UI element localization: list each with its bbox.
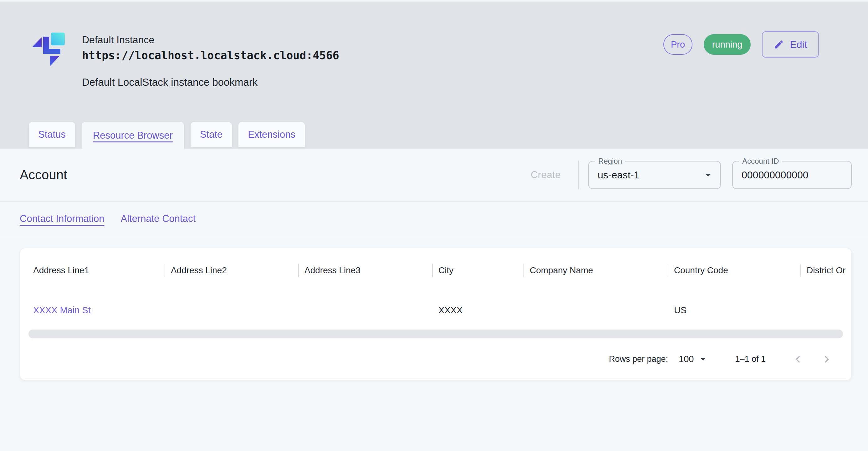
resource-browser-panel: Account Create Region us-east-1 Account … <box>0 149 868 451</box>
column-header-address-line2[interactable]: Address Line2 <box>164 261 298 280</box>
window-top-strip <box>0 0 868 2</box>
table-header-row: Address Line1 Address Line2 Address Line… <box>20 248 851 293</box>
table-row[interactable]: XXXX Main St XXXX US <box>20 293 851 328</box>
pro-badge: Pro <box>663 34 692 55</box>
subtab-alternate-contact[interactable]: Alternate Contact <box>121 213 196 224</box>
tab-extensions[interactable]: Extensions <box>239 122 305 147</box>
instance-title: Default Instance <box>82 33 339 47</box>
rows-per-page-select[interactable]: 100 <box>679 354 709 365</box>
row-cell-city: XXXX <box>432 301 524 320</box>
toolbar-divider <box>578 160 579 189</box>
instance-info: Default Instance https://localhost.local… <box>82 33 339 88</box>
rows-per-page-value: 100 <box>679 354 694 364</box>
row-cell-address-line1[interactable]: XXXX Main St <box>20 301 164 320</box>
column-header-address-line3[interactable]: Address Line3 <box>298 261 432 280</box>
row-cell-district <box>800 301 851 320</box>
column-header-district[interactable]: District Or <box>800 261 851 280</box>
row-cell-company-name <box>524 301 668 320</box>
horizontal-scrollbar <box>29 330 843 338</box>
table-pagination: Rows per page: 100 1–1 of 1 <box>20 338 851 380</box>
running-status-badge: running <box>704 34 751 55</box>
previous-page-button[interactable] <box>791 352 805 366</box>
instance-tab-bar: Status Resource Browser State Extensions <box>29 122 305 149</box>
tab-state[interactable]: State <box>191 122 232 147</box>
horizontal-scrollbar-thumb[interactable] <box>29 330 843 338</box>
account-id-input[interactable] <box>742 169 842 181</box>
edit-button[interactable]: Edit <box>762 31 819 58</box>
tab-status[interactable]: Status <box>29 122 75 147</box>
page-title: Account <box>20 168 531 182</box>
chevron-right-icon <box>820 353 834 366</box>
account-toolbar: Account Create Region us-east-1 Account … <box>0 149 868 202</box>
column-header-company-name[interactable]: Company Name <box>524 261 668 280</box>
create-button[interactable]: Create <box>531 169 561 181</box>
region-select-label: Region <box>595 156 625 166</box>
localstack-app: Default Instance https://localhost.local… <box>0 0 868 451</box>
dropdown-arrow-icon <box>698 354 709 365</box>
instance-subtitle: Default LocalStack instance bookmark <box>82 77 339 88</box>
account-id-label: Account ID <box>739 156 782 166</box>
account-id-field: Account ID <box>732 161 852 189</box>
instance-badges: Pro running Edit <box>663 31 819 58</box>
contact-information-table-card: Address Line1 Address Line2 Address Line… <box>20 248 852 380</box>
region-select[interactable]: Region us-east-1 <box>588 161 721 189</box>
rows-per-page-label: Rows per page: <box>609 354 668 364</box>
localstack-logo-icon <box>31 32 65 66</box>
instance-url: https://localhost.localstack.cloud:4566 <box>82 47 339 64</box>
edit-button-label: Edit <box>790 39 807 50</box>
pencil-icon <box>774 39 784 50</box>
subtab-contact-information[interactable]: Contact Information <box>20 213 104 224</box>
column-header-address-line1[interactable]: Address Line1 <box>20 261 164 280</box>
next-page-button[interactable] <box>819 352 834 366</box>
account-sub-tab-bar: Contact Information Alternate Contact <box>0 202 868 236</box>
tab-resource-browser[interactable]: Resource Browser <box>82 122 184 149</box>
row-cell-address-line2 <box>164 301 298 320</box>
dropdown-arrow-icon <box>702 169 715 182</box>
pagination-range: 1–1 of 1 <box>735 354 766 364</box>
region-select-value: us-east-1 <box>598 169 639 181</box>
chevron-left-icon <box>791 353 805 366</box>
row-cell-address-line3 <box>298 301 432 320</box>
column-header-country-code[interactable]: Country Code <box>668 261 800 280</box>
row-cell-country-code: US <box>668 301 800 320</box>
column-header-city[interactable]: City <box>432 261 524 280</box>
